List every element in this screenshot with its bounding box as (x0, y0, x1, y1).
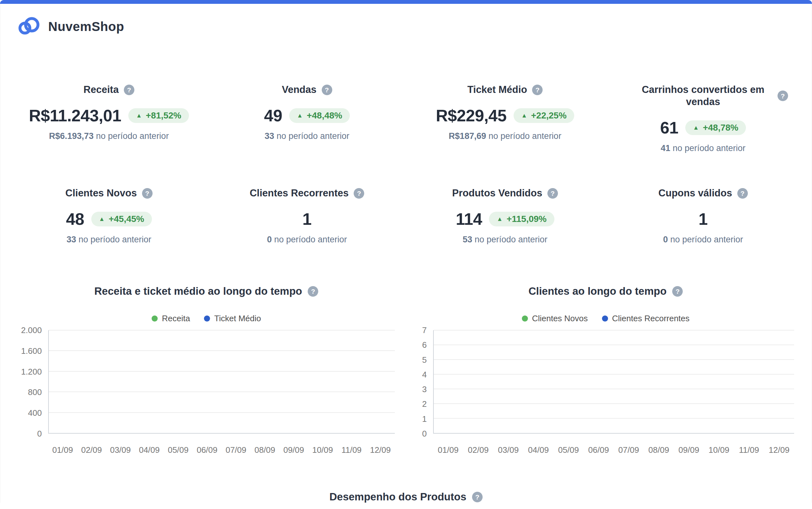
kpi-value-vendas: 49 (264, 105, 282, 126)
kpi-previous-period: 41 no período anterior (604, 143, 803, 154)
kpi-card-receita: Receita?R$11.243,01▲+81,52%R$6.193,73 no… (10, 84, 208, 154)
x-tick-label: 09/09 (674, 445, 704, 455)
page-body: NuvemShop Receita?R$11.243,01▲+81,52%R$6… (0, 4, 812, 503)
kpi-previous-period: 0 no período anterior (208, 234, 406, 245)
kpi-previous-period: 33 no período anterior (208, 131, 406, 141)
top-accent-bar (0, 0, 812, 4)
kpi-card-header: Clientes Novos? (10, 187, 208, 199)
kpi-value-row: 1 (208, 209, 406, 229)
legend-label: Clientes Recorrentes (612, 313, 690, 324)
chart-title: Clientes ao longo do tempo (529, 285, 667, 298)
legend-dot-icon (152, 315, 158, 321)
kpi-card-clientes-recorrentes: Clientes Recorrentes?10 no período anter… (208, 187, 406, 245)
kpi-title-cupons-validos: Cupons válidos (659, 187, 732, 199)
help-icon[interactable]: ? (548, 188, 558, 199)
y-tick-label: 2 (422, 399, 427, 409)
kpi-card-vendas: Vendas?49▲+48,48%33 no período anterior (208, 84, 406, 154)
x-tick-label: 01/09 (48, 445, 77, 455)
x-tick-label: 04/09 (524, 445, 554, 455)
trend-badge: ▲+115,09% (489, 212, 554, 227)
trend-badge-value: +45,45% (108, 214, 144, 224)
chart-receita-e-ticket-medio-ao-longo-do-tempo: Receita e ticket médio ao longo do tempo… (18, 285, 395, 455)
x-axis: 01/0902/0903/0904/0905/0906/0907/0908/09… (48, 445, 395, 455)
kpi-previous-value: 0 (267, 235, 272, 244)
help-icon[interactable]: ? (124, 84, 134, 95)
help-icon[interactable]: ? (472, 492, 483, 502)
x-tick-label: 02/09 (77, 445, 106, 455)
kpi-value-row: 1 (604, 209, 803, 229)
kpi-previous-period: R$187,69 no período anterior (406, 131, 604, 141)
kpi-card-header: Produtos Vendidos? (406, 187, 604, 199)
trend-badge-value: +22,25% (531, 111, 567, 121)
help-icon[interactable]: ? (354, 188, 364, 199)
x-tick-label: 09/09 (279, 445, 308, 455)
x-tick-label: 06/09 (584, 445, 613, 455)
help-icon[interactable]: ? (308, 286, 318, 297)
kpi-title-vendas: Vendas (282, 84, 317, 96)
y-axis: 76543210 (417, 330, 433, 434)
kpi-value-row: 114▲+115,09% (406, 209, 604, 229)
help-icon[interactable]: ? (737, 188, 748, 199)
products-section-header: Desempenho dos Produtos ? (0, 491, 812, 503)
dashboard-page: { "colors": { "topbar_blue": "#3f6ee4", … (0, 0, 812, 509)
nuvemshop-logo-icon (18, 16, 40, 36)
x-tick-label: 01/09 (433, 445, 463, 455)
gridline (434, 344, 794, 345)
chart-title: Receita e ticket médio ao longo do tempo (95, 285, 302, 298)
x-tick-label: 06/09 (193, 445, 222, 455)
kpi-card-cupons-validos: Cupons válidos?10 no período anterior (604, 187, 803, 245)
x-tick-label: 08/09 (644, 445, 674, 455)
legend-dot-icon (204, 315, 210, 321)
x-tick-label: 05/09 (554, 445, 584, 455)
x-tick-label: 12/09 (764, 445, 794, 455)
y-tick-label: 1.600 (21, 346, 42, 356)
y-axis-spacer (417, 445, 433, 455)
help-icon[interactable]: ? (322, 84, 332, 95)
y-axis-spacer (18, 445, 48, 455)
gridline (434, 359, 794, 360)
triangle-up-icon: ▲ (99, 216, 105, 222)
legend-dot-icon (522, 315, 528, 321)
gridline (434, 418, 794, 419)
kpi-previous-value: R$6.193,73 (49, 131, 94, 141)
x-tick-label: 03/09 (106, 445, 135, 455)
y-tick-label: 0 (37, 429, 42, 439)
legend-label: Ticket Médio (214, 313, 261, 324)
kpi-value-ticket-medio: R$229,45 (436, 105, 506, 126)
kpi-title-ticket-medio: Ticket Médio (467, 84, 527, 96)
trend-badge: ▲+48,48% (289, 108, 350, 123)
kpi-value-row: 61▲+48,78% (604, 117, 803, 138)
x-tick-label: 03/09 (493, 445, 524, 455)
help-icon[interactable]: ? (142, 188, 152, 199)
kpi-value-produtos-vendidos: 114 (456, 209, 482, 229)
kpi-grid: Receita?R$11.243,01▲+81,52%R$6.193,73 no… (0, 84, 812, 245)
y-tick-label: 3 (422, 384, 427, 394)
kpi-value-carrinhos-convertidos-em-vendas: 61 (660, 117, 678, 138)
help-icon[interactable]: ? (672, 286, 683, 297)
chart-legend: ReceitaTicket Médio (18, 314, 395, 323)
x-tick-label: 10/09 (308, 445, 338, 455)
x-tick-label: 05/09 (164, 445, 193, 455)
kpi-value-clientes-recorrentes: 1 (303, 209, 312, 229)
y-tick-label: 1 (422, 414, 427, 424)
help-icon[interactable]: ? (532, 84, 542, 95)
x-axis: 01/0902/0903/0904/0905/0906/0907/0908/09… (433, 445, 794, 455)
x-tick-label: 11/09 (337, 445, 366, 455)
app-header: NuvemShop (0, 4, 812, 36)
x-tick-label: 04/09 (135, 445, 164, 455)
y-tick-label: 0 (422, 429, 427, 439)
kpi-previous-value: 33 (66, 235, 76, 244)
help-icon[interactable]: ? (778, 91, 788, 101)
legend-label: Receita (162, 313, 190, 324)
triangle-up-icon: ▲ (497, 216, 503, 222)
gridline (49, 392, 395, 392)
gridline (434, 388, 794, 389)
trend-badge-value: +115,09% (506, 214, 546, 224)
y-tick-label: 7 (422, 326, 427, 335)
gridline (434, 374, 794, 375)
kpi-card-header: Carrinhos convertidos em vendas? (604, 84, 803, 108)
kpi-title-produtos-vendidos: Produtos Vendidos (452, 187, 542, 199)
x-tick-label: 02/09 (463, 445, 493, 455)
gridline (49, 371, 395, 372)
plot-area (48, 330, 395, 434)
